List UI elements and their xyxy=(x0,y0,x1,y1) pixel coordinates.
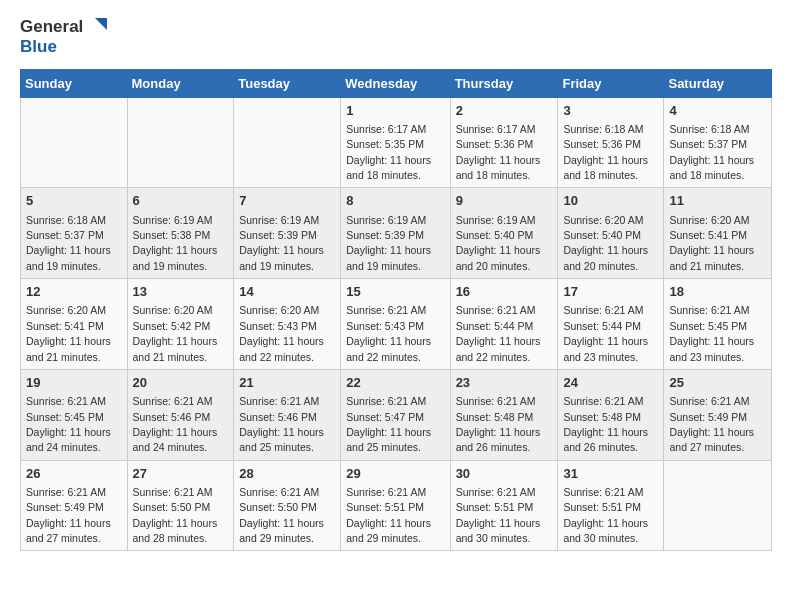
cell-content: Sunrise: 6:19 AMSunset: 5:38 PMDaylight:… xyxy=(133,214,218,272)
weekday-header-wednesday: Wednesday xyxy=(341,69,450,97)
cell-content: Sunrise: 6:21 AMSunset: 5:48 PMDaylight:… xyxy=(456,395,541,453)
cell-content: Sunrise: 6:20 AMSunset: 5:40 PMDaylight:… xyxy=(563,214,648,272)
cell-content: Sunrise: 6:21 AMSunset: 5:43 PMDaylight:… xyxy=(346,304,431,362)
calendar-cell: 27Sunrise: 6:21 AMSunset: 5:50 PMDayligh… xyxy=(127,460,234,551)
day-number: 25 xyxy=(669,374,766,392)
day-number: 6 xyxy=(133,192,229,210)
cell-content: Sunrise: 6:17 AMSunset: 5:35 PMDaylight:… xyxy=(346,123,431,181)
day-number: 14 xyxy=(239,283,335,301)
day-number: 19 xyxy=(26,374,122,392)
calendar-cell: 29Sunrise: 6:21 AMSunset: 5:51 PMDayligh… xyxy=(341,460,450,551)
page-header: General Blue xyxy=(20,16,772,57)
cell-content: Sunrise: 6:21 AMSunset: 5:50 PMDaylight:… xyxy=(133,486,218,544)
weekday-header-tuesday: Tuesday xyxy=(234,69,341,97)
calendar-cell: 2Sunrise: 6:17 AMSunset: 5:36 PMDaylight… xyxy=(450,97,558,188)
calendar-cell: 3Sunrise: 6:18 AMSunset: 5:36 PMDaylight… xyxy=(558,97,664,188)
day-number: 13 xyxy=(133,283,229,301)
day-number: 24 xyxy=(563,374,658,392)
day-number: 2 xyxy=(456,102,553,120)
cell-content: Sunrise: 6:17 AMSunset: 5:36 PMDaylight:… xyxy=(456,123,541,181)
calendar-week-row: 1Sunrise: 6:17 AMSunset: 5:35 PMDaylight… xyxy=(21,97,772,188)
cell-content: Sunrise: 6:19 AMSunset: 5:39 PMDaylight:… xyxy=(239,214,324,272)
weekday-header-sunday: Sunday xyxy=(21,69,128,97)
calendar-cell: 22Sunrise: 6:21 AMSunset: 5:47 PMDayligh… xyxy=(341,369,450,460)
calendar-cell: 12Sunrise: 6:20 AMSunset: 5:41 PMDayligh… xyxy=(21,279,128,370)
cell-content: Sunrise: 6:19 AMSunset: 5:40 PMDaylight:… xyxy=(456,214,541,272)
day-number: 11 xyxy=(669,192,766,210)
weekday-header-saturday: Saturday xyxy=(664,69,772,97)
day-number: 7 xyxy=(239,192,335,210)
calendar-cell xyxy=(127,97,234,188)
calendar-cell: 7Sunrise: 6:19 AMSunset: 5:39 PMDaylight… xyxy=(234,188,341,279)
calendar-cell: 11Sunrise: 6:20 AMSunset: 5:41 PMDayligh… xyxy=(664,188,772,279)
weekday-header-thursday: Thursday xyxy=(450,69,558,97)
calendar-week-row: 5Sunrise: 6:18 AMSunset: 5:37 PMDaylight… xyxy=(21,188,772,279)
day-number: 20 xyxy=(133,374,229,392)
calendar-cell: 31Sunrise: 6:21 AMSunset: 5:51 PMDayligh… xyxy=(558,460,664,551)
day-number: 5 xyxy=(26,192,122,210)
cell-content: Sunrise: 6:21 AMSunset: 5:50 PMDaylight:… xyxy=(239,486,324,544)
day-number: 28 xyxy=(239,465,335,483)
day-number: 26 xyxy=(26,465,122,483)
day-number: 3 xyxy=(563,102,658,120)
calendar-cell: 30Sunrise: 6:21 AMSunset: 5:51 PMDayligh… xyxy=(450,460,558,551)
calendar-cell: 21Sunrise: 6:21 AMSunset: 5:46 PMDayligh… xyxy=(234,369,341,460)
cell-content: Sunrise: 6:21 AMSunset: 5:45 PMDaylight:… xyxy=(26,395,111,453)
calendar-cell: 10Sunrise: 6:20 AMSunset: 5:40 PMDayligh… xyxy=(558,188,664,279)
cell-content: Sunrise: 6:18 AMSunset: 5:37 PMDaylight:… xyxy=(669,123,754,181)
calendar-week-row: 26Sunrise: 6:21 AMSunset: 5:49 PMDayligh… xyxy=(21,460,772,551)
logo-general: General xyxy=(20,18,83,37)
calendar-cell: 6Sunrise: 6:19 AMSunset: 5:38 PMDaylight… xyxy=(127,188,234,279)
cell-content: Sunrise: 6:21 AMSunset: 5:44 PMDaylight:… xyxy=(563,304,648,362)
calendar-cell xyxy=(234,97,341,188)
calendar-cell: 14Sunrise: 6:20 AMSunset: 5:43 PMDayligh… xyxy=(234,279,341,370)
cell-content: Sunrise: 6:21 AMSunset: 5:51 PMDaylight:… xyxy=(563,486,648,544)
logo-wordmark: General Blue xyxy=(20,16,107,57)
cell-content: Sunrise: 6:21 AMSunset: 5:45 PMDaylight:… xyxy=(669,304,754,362)
day-number: 27 xyxy=(133,465,229,483)
calendar-week-row: 12Sunrise: 6:20 AMSunset: 5:41 PMDayligh… xyxy=(21,279,772,370)
calendar-cell: 17Sunrise: 6:21 AMSunset: 5:44 PMDayligh… xyxy=(558,279,664,370)
cell-content: Sunrise: 6:20 AMSunset: 5:43 PMDaylight:… xyxy=(239,304,324,362)
day-number: 31 xyxy=(563,465,658,483)
day-number: 29 xyxy=(346,465,444,483)
logo: General Blue xyxy=(20,16,107,57)
day-number: 4 xyxy=(669,102,766,120)
calendar-cell: 26Sunrise: 6:21 AMSunset: 5:49 PMDayligh… xyxy=(21,460,128,551)
day-number: 23 xyxy=(456,374,553,392)
calendar-cell: 16Sunrise: 6:21 AMSunset: 5:44 PMDayligh… xyxy=(450,279,558,370)
cell-content: Sunrise: 6:20 AMSunset: 5:42 PMDaylight:… xyxy=(133,304,218,362)
day-number: 9 xyxy=(456,192,553,210)
cell-content: Sunrise: 6:21 AMSunset: 5:48 PMDaylight:… xyxy=(563,395,648,453)
cell-content: Sunrise: 6:20 AMSunset: 5:41 PMDaylight:… xyxy=(26,304,111,362)
day-number: 17 xyxy=(563,283,658,301)
cell-content: Sunrise: 6:21 AMSunset: 5:51 PMDaylight:… xyxy=(456,486,541,544)
cell-content: Sunrise: 6:19 AMSunset: 5:39 PMDaylight:… xyxy=(346,214,431,272)
day-number: 30 xyxy=(456,465,553,483)
calendar-cell: 15Sunrise: 6:21 AMSunset: 5:43 PMDayligh… xyxy=(341,279,450,370)
cell-content: Sunrise: 6:21 AMSunset: 5:49 PMDaylight:… xyxy=(669,395,754,453)
day-number: 21 xyxy=(239,374,335,392)
cell-content: Sunrise: 6:21 AMSunset: 5:51 PMDaylight:… xyxy=(346,486,431,544)
calendar-cell: 18Sunrise: 6:21 AMSunset: 5:45 PMDayligh… xyxy=(664,279,772,370)
calendar-cell: 25Sunrise: 6:21 AMSunset: 5:49 PMDayligh… xyxy=(664,369,772,460)
calendar-cell: 13Sunrise: 6:20 AMSunset: 5:42 PMDayligh… xyxy=(127,279,234,370)
calendar-cell: 9Sunrise: 6:19 AMSunset: 5:40 PMDaylight… xyxy=(450,188,558,279)
calendar-cell: 4Sunrise: 6:18 AMSunset: 5:37 PMDaylight… xyxy=(664,97,772,188)
calendar-table: SundayMondayTuesdayWednesdayThursdayFrid… xyxy=(20,69,772,552)
day-number: 16 xyxy=(456,283,553,301)
calendar-cell: 1Sunrise: 6:17 AMSunset: 5:35 PMDaylight… xyxy=(341,97,450,188)
day-number: 10 xyxy=(563,192,658,210)
cell-content: Sunrise: 6:21 AMSunset: 5:44 PMDaylight:… xyxy=(456,304,541,362)
logo-icon xyxy=(85,16,107,38)
day-number: 1 xyxy=(346,102,444,120)
day-number: 15 xyxy=(346,283,444,301)
cell-content: Sunrise: 6:20 AMSunset: 5:41 PMDaylight:… xyxy=(669,214,754,272)
calendar-cell: 19Sunrise: 6:21 AMSunset: 5:45 PMDayligh… xyxy=(21,369,128,460)
calendar-cell: 8Sunrise: 6:19 AMSunset: 5:39 PMDaylight… xyxy=(341,188,450,279)
calendar-cell: 23Sunrise: 6:21 AMSunset: 5:48 PMDayligh… xyxy=(450,369,558,460)
weekday-header-monday: Monday xyxy=(127,69,234,97)
day-number: 18 xyxy=(669,283,766,301)
cell-content: Sunrise: 6:18 AMSunset: 5:37 PMDaylight:… xyxy=(26,214,111,272)
calendar-cell xyxy=(664,460,772,551)
